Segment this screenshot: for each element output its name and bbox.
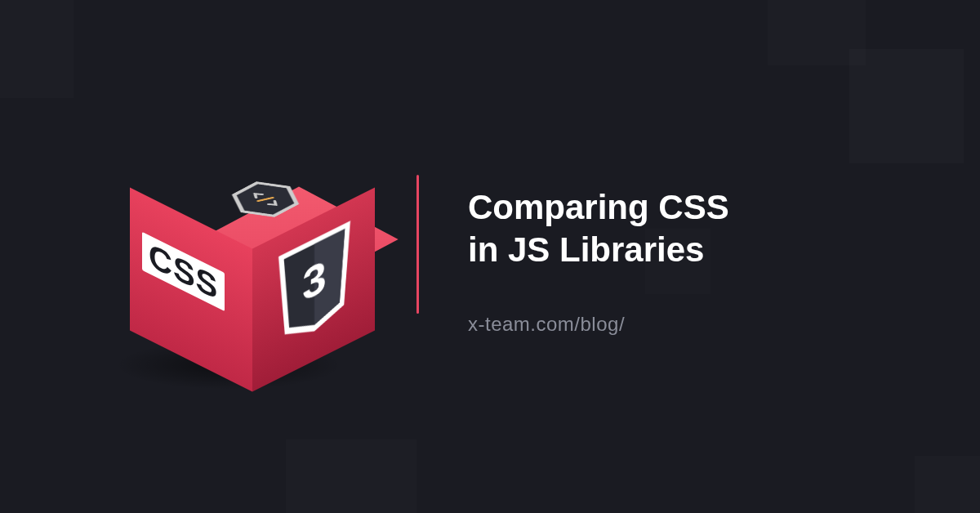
title-line-1: Comparing CSS bbox=[468, 188, 729, 226]
text-content: Comparing CSS in JS Libraries x-team.com… bbox=[468, 178, 915, 336]
vertical-divider bbox=[416, 175, 419, 314]
cube-illustration: CSS 3 bbox=[65, 93, 392, 420]
page-title: Comparing CSS in JS Libraries bbox=[468, 186, 915, 272]
title-line-2: in JS Libraries bbox=[468, 230, 704, 269]
source-url: x-team.com/blog/ bbox=[468, 313, 915, 336]
main-container: CSS 3 Comparing CSS in JS Libraries x-te… bbox=[0, 0, 980, 513]
